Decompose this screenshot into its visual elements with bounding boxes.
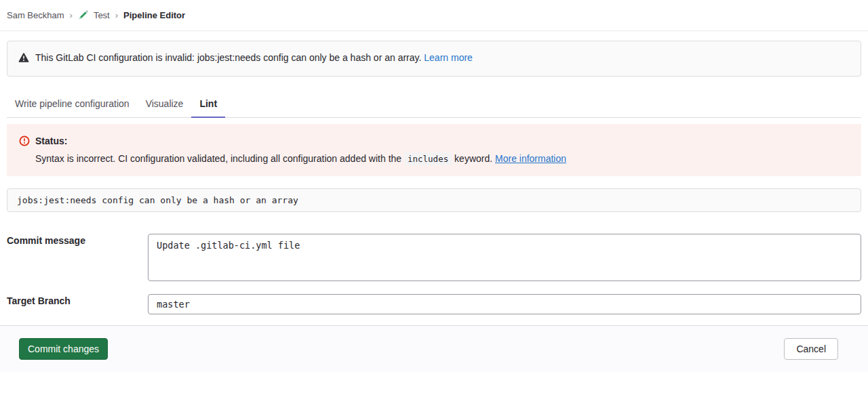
status-text-before: Syntax is incorrect. CI configuration va… [35,153,401,164]
target-branch-label: Target Branch [7,294,148,306]
tab-write-pipeline-configuration[interactable]: Write pipeline configuration [7,93,138,118]
error-circle-icon [19,136,30,146]
commit-message-label: Commit message [7,234,148,246]
breadcrumb-current-page: Pipeline Editor [123,10,185,20]
breadcrumb-namespace[interactable]: Sam Beckham [7,10,64,20]
more-information-link[interactable]: More information [495,153,566,164]
project-avatar-pencil-icon [78,10,88,20]
status-title: Status: [35,135,67,147]
commit-form: Commit message Update .gitlab-ci.yml fil… [7,234,861,314]
chevron-right-icon: › [115,10,118,20]
alert-text: This GitLab CI configuration is invalid:… [35,52,421,63]
includes-keyword-code: includes [404,152,452,165]
cancel-button[interactable]: Cancel [784,338,838,360]
target-branch-input[interactable] [148,294,861,314]
pipeline-editor-tabs: Write pipeline configuration Visualize L… [7,93,861,118]
lint-status-box: Status: Syntax is incorrect. CI configur… [7,124,861,176]
commit-changes-button[interactable]: Commit changes [19,338,108,360]
commit-actions-bar: Commit changes Cancel [0,325,868,372]
commit-message-input[interactable]: Update .gitlab-ci.yml file [148,234,861,281]
alert-message: This GitLab CI configuration is invalid:… [35,51,473,64]
breadcrumb-project[interactable]: Test [94,10,110,20]
breadcrumb: Sam Beckham › Test › Pipeline Editor [0,0,868,31]
tab-lint[interactable]: Lint [191,93,225,118]
chevron-right-icon: › [70,10,73,20]
tab-visualize[interactable]: Visualize [138,93,192,118]
ci-invalid-alert: This GitLab CI configuration is invalid:… [7,41,861,77]
lint-error-output: jobs:jest:needs config can only be a has… [7,188,861,212]
warning-icon [18,52,29,66]
status-text-after: keyword. [454,153,492,164]
learn-more-link[interactable]: Learn more [424,52,473,63]
status-message: Syntax is incorrect. CI configuration va… [19,152,849,165]
